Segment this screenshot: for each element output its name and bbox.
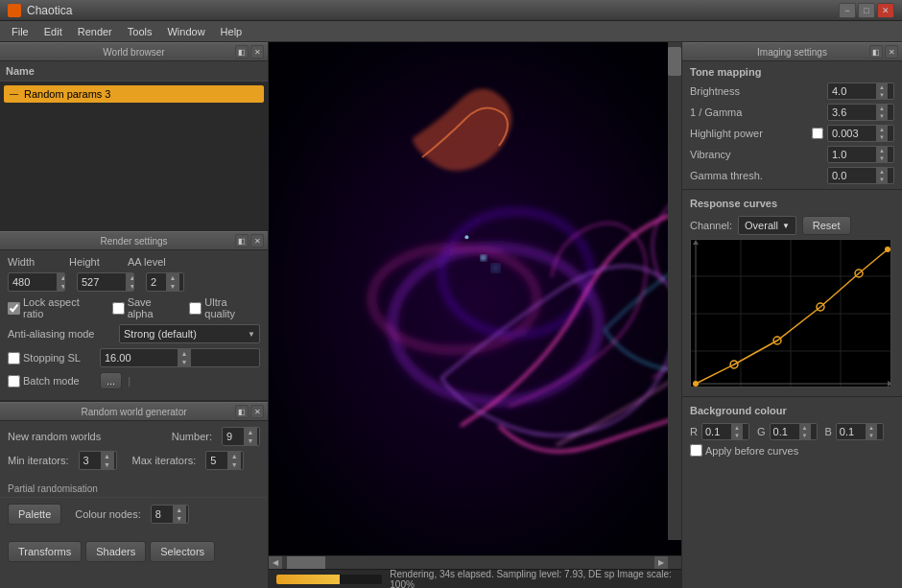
g-up[interactable]: ▲ (799, 424, 811, 432)
g-field[interactable] (771, 426, 799, 437)
selectors-btn[interactable]: Selectors (150, 541, 215, 562)
r-field[interactable] (702, 426, 731, 437)
height-input[interactable]: ▲ ▼ (77, 272, 134, 292)
b-input[interactable]: ▲ ▼ (836, 423, 884, 440)
brightness-field[interactable] (828, 85, 876, 97)
r-down[interactable]: ▼ (731, 432, 743, 439)
aa-up[interactable]: ▲ (166, 273, 179, 282)
scroll-right-btn[interactable]: ▶ (654, 556, 668, 570)
brightness-input[interactable]: ▲ ▼ (827, 82, 894, 100)
minimize-button[interactable]: − (839, 3, 856, 18)
gamma-up[interactable]: ▲ (876, 105, 888, 112)
canvas-area[interactable] (269, 42, 681, 555)
menu-help[interactable]: Help (213, 24, 250, 39)
max-iter-up[interactable]: ▲ (227, 452, 241, 460)
width-down[interactable]: ▼ (57, 282, 65, 291)
min-iter-field[interactable] (80, 455, 101, 466)
imaging-settings-close[interactable]: ✕ (885, 45, 898, 59)
menu-edit[interactable]: Edit (36, 24, 70, 39)
aa-field[interactable] (147, 276, 166, 288)
stopping-sl-up[interactable]: ▲ (178, 349, 191, 358)
scroll-left-btn[interactable]: ◀ (269, 556, 282, 570)
g-input[interactable]: ▲ ▼ (770, 423, 818, 440)
height-down[interactable]: ▼ (126, 282, 134, 291)
vibrancy-down[interactable]: ▼ (876, 154, 888, 162)
b-up[interactable]: ▲ (866, 424, 877, 432)
colour-nodes-up[interactable]: ▲ (173, 506, 186, 514)
highlight-down[interactable]: ▼ (876, 133, 888, 141)
stopping-sl-checkbox[interactable] (8, 352, 20, 365)
vertical-scrollbar-thumb[interactable] (668, 47, 681, 76)
save-alpha-label[interactable]: Save alpha (112, 296, 180, 319)
number-input[interactable]: ▲ ▼ (222, 427, 260, 446)
stopping-sl-input[interactable]: ▲ ▼ (100, 348, 260, 367)
max-iter-down[interactable]: ▼ (227, 460, 241, 469)
vibrancy-input[interactable]: ▲ ▼ (827, 146, 894, 163)
vertical-scrollbar[interactable] (668, 42, 681, 540)
width-field[interactable] (9, 276, 57, 288)
render-settings-pin[interactable]: ◧ (235, 234, 249, 247)
width-up[interactable]: ▲ (57, 273, 65, 282)
r-input[interactable]: ▲ ▼ (701, 423, 749, 440)
menu-tools[interactable]: Tools (120, 24, 160, 39)
width-input[interactable]: ▲ ▼ (8, 272, 65, 292)
aa-mode-dropdown[interactable]: Strong (default) ▼ (119, 324, 260, 343)
number-field[interactable] (223, 431, 244, 442)
world-browser-close[interactable]: ✕ (250, 45, 264, 59)
palette-btn[interactable]: Palette (8, 504, 61, 525)
apply-before-curves-label[interactable]: Apply before curves (690, 444, 894, 457)
world-browser-pin[interactable]: ◧ (235, 45, 249, 59)
aa-down[interactable]: ▼ (166, 282, 179, 291)
stopping-sl-field[interactable] (101, 352, 178, 364)
b-field[interactable] (837, 426, 866, 437)
colour-nodes-field[interactable] (152, 508, 173, 520)
menu-render[interactable]: Render (70, 24, 120, 39)
lock-aspect-checkbox[interactable] (8, 302, 20, 315)
apply-before-curves-checkbox[interactable] (690, 444, 702, 457)
highlight-up[interactable]: ▲ (876, 126, 888, 133)
colour-nodes-down[interactable]: ▼ (173, 514, 186, 523)
number-down[interactable]: ▼ (244, 436, 257, 445)
lock-aspect-label[interactable]: Lock aspect ratio (8, 296, 103, 319)
batch-mode-label[interactable]: Batch mode (8, 375, 94, 388)
random-gen-close[interactable]: ✕ (250, 405, 264, 418)
highlight-input[interactable]: ▲ ▼ (827, 125, 894, 142)
close-button[interactable]: ✕ (877, 3, 894, 18)
brightness-up[interactable]: ▲ (876, 83, 888, 91)
min-iter-up[interactable]: ▲ (101, 452, 114, 460)
ultra-quality-checkbox[interactable] (189, 302, 202, 315)
render-settings-close[interactable]: ✕ (250, 234, 264, 247)
gamma-thresh-field[interactable] (828, 170, 876, 181)
aa-input[interactable]: ▲ ▼ (146, 272, 184, 292)
vibrancy-up[interactable]: ▲ (876, 147, 888, 154)
batch-dots-btn[interactable]: ... (100, 372, 122, 389)
gamma-field[interactable] (828, 106, 876, 118)
transforms-btn[interactable]: Transforms (8, 541, 82, 562)
brightness-down[interactable]: ▼ (876, 91, 888, 99)
g-down[interactable]: ▼ (799, 432, 811, 439)
r-up[interactable]: ▲ (731, 424, 743, 432)
colour-nodes-input[interactable]: ▲ ▼ (151, 505, 189, 524)
horizontal-scrollbar-thumb[interactable] (287, 556, 325, 569)
b-down[interactable]: ▼ (866, 432, 877, 439)
reset-curves-btn[interactable]: Reset (802, 216, 851, 235)
random-gen-pin[interactable]: ◧ (235, 405, 249, 418)
number-up[interactable]: ▲ (244, 428, 257, 436)
max-iter-field[interactable] (206, 455, 227, 466)
stopping-sl-down[interactable]: ▼ (178, 358, 191, 366)
maximize-button[interactable]: □ (858, 3, 875, 18)
ultra-quality-label[interactable]: Ultra quality (189, 296, 260, 319)
gamma-thresh-up[interactable]: ▲ (876, 168, 888, 176)
gamma-down[interactable]: ▼ (876, 112, 888, 120)
height-field[interactable] (78, 276, 126, 288)
save-alpha-checkbox[interactable] (112, 302, 125, 315)
gamma-thresh-down[interactable]: ▼ (876, 176, 888, 183)
channel-dropdown[interactable]: Overall ▼ (738, 216, 796, 235)
vibrancy-field[interactable] (828, 149, 876, 160)
shaders-btn[interactable]: Shaders (85, 541, 146, 562)
min-iter-input[interactable]: ▲ ▼ (79, 451, 117, 470)
min-iter-down[interactable]: ▼ (101, 460, 114, 469)
menu-window[interactable]: Window (159, 24, 212, 39)
stopping-sl-label[interactable]: Stopping SL (8, 352, 94, 365)
batch-mode-checkbox[interactable] (8, 375, 20, 388)
